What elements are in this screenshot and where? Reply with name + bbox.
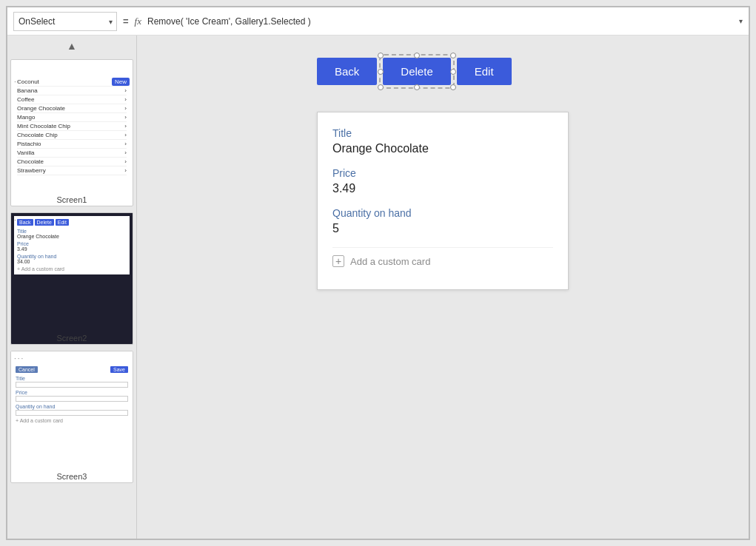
screen2-add-card: + Add a custom card [17,266,127,272]
list-item: Pistachio› [17,140,127,149]
price-label: Price [332,167,553,179]
delete-button-wrapper: Delete [383,58,450,85]
screen1-label: Screen1 [11,193,133,206]
screen3-title-input [16,382,128,388]
screen1-dots[interactable]: ··· [14,78,24,86]
screen2-content: Back Delete Edit Title Orange Chocolate … [14,216,130,274]
list-item: Vanilla› [17,149,127,158]
screen3-dots[interactable]: ··· [14,354,24,363]
screen2-title-label: Title [17,229,127,234]
list-item: Mint Chocolate Chip› [17,122,127,131]
screen3-price-label: Price [16,390,128,395]
screen2-title-value: Orange Chocolate [17,234,127,239]
handle-br[interactable] [450,84,456,90]
scroll-up-button[interactable]: ▲ [10,38,133,53]
formula-input[interactable] [147,12,733,31]
screen2-qty-value: 34.00 [17,259,127,264]
add-custom-card[interactable]: + Add a custom card [332,247,553,274]
buttons-row: Back Delete [317,58,512,85]
add-custom-card-label: Add a custom card [350,256,430,267]
delete-button[interactable]: Delete [383,58,450,85]
screen2-qty-label: Quantity on hand [17,254,127,259]
handle-bc[interactable] [414,84,420,90]
handle-tr[interactable] [450,53,456,58]
screen3-label: Screen3 [11,470,133,482]
list-item: Chocolate Chip› [17,131,127,140]
card-body: Title Orange Chocolate Price 3.49 Quanti… [318,112,568,289]
formula-dropdown-chevron[interactable]: ▾ [739,17,743,25]
main-content: ▲ ··· New Coconut› Banana› Coffee› Orang… [7,36,749,539]
card-wrapper: Back Delete [317,58,569,290]
screen3-title-label: Title [16,376,128,381]
list-item: Chocolate› [17,158,127,166]
screen3-btn-row: Cancel Save [16,366,128,373]
screen3-qty-label: Quantity on hand [16,404,128,409]
list-item: Orange Chocolate› [17,104,127,113]
screen3-qty-input [16,410,128,416]
handle-bl[interactable] [378,84,384,90]
qty-label: Quantity on hand [332,207,553,219]
screen3-save-btn: Save [110,366,128,373]
screen1-thumbnail[interactable]: ··· New Coconut› Banana› Coffee› Orange … [10,59,133,206]
screen2-price-value: 3.49 [17,246,127,252]
list-item: Strawberry› [17,166,127,175]
fx-icon: fx [135,16,141,27]
price-value: 3.49 [332,182,553,195]
plus-icon: + [332,255,344,267]
title-label: Title [332,127,553,139]
screen1-list: Coconut› Banana› Coffee› Orange Chocolat… [11,75,133,178]
screen1-new-badge: New [112,78,130,86]
edit-button[interactable]: Edit [457,58,512,85]
qty-value: 5 [332,222,553,235]
screen2-delete-btn: Delete [35,219,54,226]
screen2-btn-row: Back Delete Edit [17,219,127,226]
screen2-label: Screen2 [11,331,133,344]
screen3-thumbnail[interactable]: ··· Cancel Save Title Price Quantity on … [10,351,133,483]
formula-select-wrapper[interactable]: OnSelect [13,12,117,31]
screen2-price-label: Price [17,241,127,246]
screen2-dots[interactable]: ··· [14,216,24,224]
back-button[interactable]: Back [317,58,377,85]
screen3-cancel-btn: Cancel [16,366,38,373]
screen2-edit-btn: Edit [56,219,69,226]
list-item: Mango› [17,113,127,122]
screen3-price-input [16,396,128,402]
detail-card: Title Orange Chocolate Price 3.49 Quanti… [317,112,569,290]
formula-dropdown[interactable]: OnSelect [13,12,117,31]
screen3-add-card: + Add a custom card [16,418,128,423]
canvas-area: Back Delete [137,36,749,539]
equals-sign: = [123,16,129,27]
list-item: Coconut› [17,78,127,87]
screen2-thumbnail[interactable]: ··· Back Delete Edit Title Orange Chocol… [10,212,133,345]
list-item: Coffee› [17,95,127,104]
list-item: Banana› [17,87,127,95]
handle-mr[interactable] [450,69,456,75]
left-panel: ▲ ··· New Coconut› Banana› Coffee› Orang… [7,36,137,539]
top-bar: OnSelect = fx ▾ [7,7,749,36]
title-value: Orange Chocolate [332,142,553,155]
